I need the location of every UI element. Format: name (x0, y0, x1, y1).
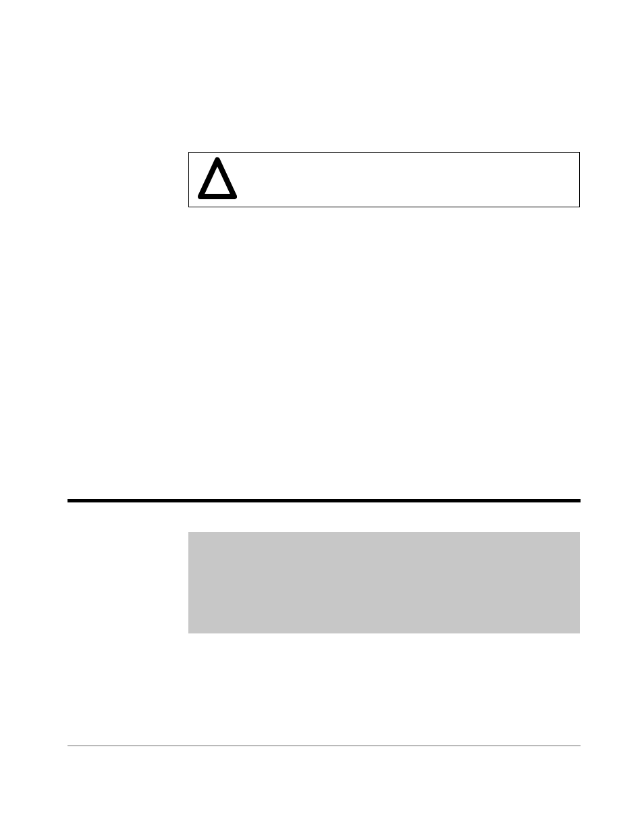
highlighted-block (188, 532, 580, 633)
triangle-warning-icon (198, 156, 237, 202)
section-divider (68, 499, 581, 502)
attention-box (188, 152, 580, 207)
document-page (0, 0, 644, 834)
footer-rule (68, 746, 581, 746)
